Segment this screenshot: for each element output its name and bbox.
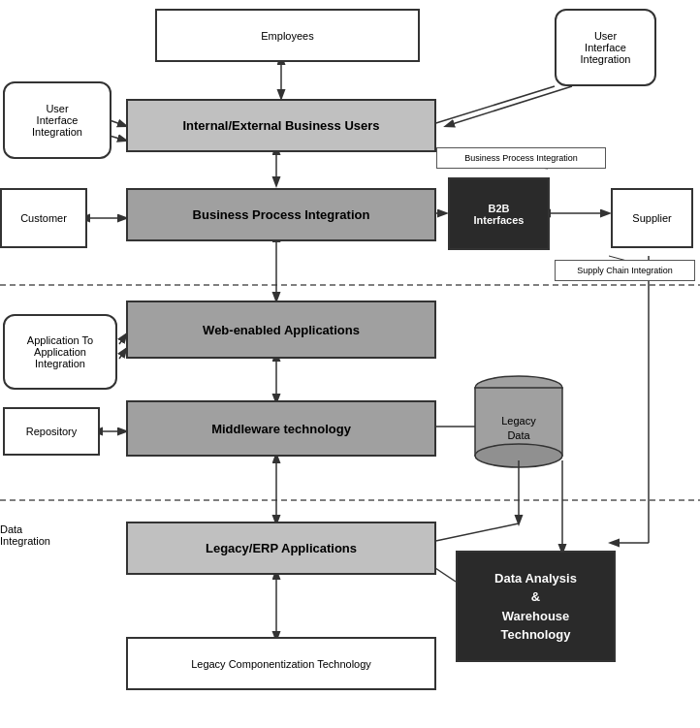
supplier-box: Supplier [611,188,693,248]
legacy-component-label: Legacy Componentization Technology [191,658,371,670]
app-to-app-label: Application ToApplicationIntegration [27,334,93,369]
internal-external-box: Internal/External Business Users [126,99,436,152]
bpi-label-top: Business Process Integration [436,147,606,169]
web-enabled-box: Web-enabled Applications [126,301,436,359]
legacy-erp-box: Legacy/ERP Applications [126,522,436,575]
svg-line-11 [427,86,555,126]
uii-left-box: UserInterfaceIntegration [3,81,111,159]
data-analysis-label: Data Analysis&WarehouseTechnology [494,569,577,645]
app-to-app-box: Application ToApplicationIntegration [3,314,117,390]
svg-line-10 [446,86,572,126]
uii-top-right-label: UserInterfaceIntegration [581,30,631,65]
svg-line-9 [110,136,126,141]
bpi-label-top-text: Business Process Integration [464,153,578,163]
svg-rect-3 [475,388,562,456]
svg-point-4 [475,444,562,467]
diagram-container: Legacy Data [0,0,700,728]
internal-external-label: Internal/External Business Users [182,118,379,133]
b2b-label: B2BInterfaces [474,203,525,226]
svg-line-8 [110,120,126,126]
svg-line-26 [427,523,519,543]
employees-box: Employees [155,9,420,62]
b2b-box: B2BInterfaces [448,177,550,250]
data-integration-label: DataIntegration [0,523,92,547]
uii-left-label: UserInterfaceIntegration [32,103,82,138]
supply-chain-text: Supply Chain Integration [577,266,673,275]
svg-text:Data: Data [507,429,530,441]
supplier-label: Supplier [632,212,671,224]
data-analysis-box: Data Analysis&WarehouseTechnology [456,551,616,662]
middleware-box: Middleware technology [126,400,436,457]
middleware-label: Middleware technology [211,422,351,436]
customer-box: Customer [0,188,87,248]
web-enabled-label: Web-enabled Applications [203,323,360,337]
repository-label: Repository [26,426,78,437]
legacy-component-box: Legacy Componentization Technology [126,637,436,690]
legacy-erp-label: Legacy/ERP Applications [206,541,357,555]
svg-line-19 [119,334,126,344]
supply-chain-label: Supply Chain Integration [555,260,695,281]
customer-label: Customer [20,212,67,224]
svg-point-2 [475,376,562,399]
bpi-main-label: Business Process Integration [193,207,370,222]
repository-box: Repository [3,407,100,456]
employees-label: Employees [261,30,313,42]
svg-line-20 [119,349,126,359]
svg-text:Legacy: Legacy [501,415,536,427]
bpi-main-box: Business Process Integration [126,188,436,241]
uii-top-right-box: UserInterfaceIntegration [555,9,656,86]
